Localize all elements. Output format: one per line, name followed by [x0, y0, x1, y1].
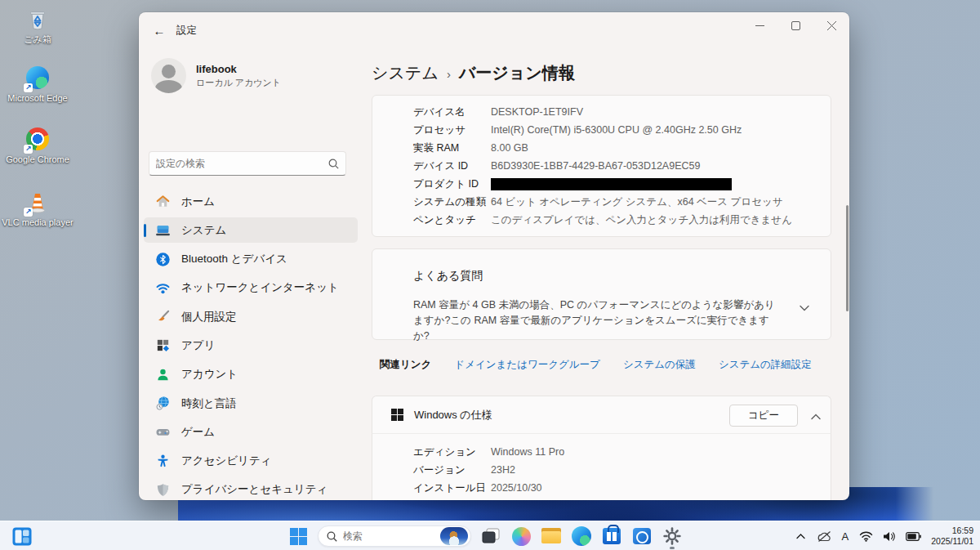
- onedrive-offline-icon[interactable]: [817, 528, 833, 544]
- sidebar-item-label: アカウント: [181, 367, 238, 382]
- spec-row: デバイス名DESKTOP-1ET9IFV: [413, 103, 831, 121]
- globe-clock-icon: [155, 396, 171, 411]
- sidebar-item-home[interactable]: ホーム: [144, 189, 358, 214]
- sidebar-item-system[interactable]: システム: [144, 217, 358, 243]
- sidebar-item-privacy-security[interactable]: プライバシーとセキュリティ: [144, 477, 358, 500]
- start-icon: [290, 528, 307, 545]
- back-button[interactable]: ←: [147, 18, 172, 42]
- spec-row: エディションWindows 11 Pro: [413, 443, 831, 461]
- tray-volume-icon[interactable]: [881, 528, 898, 544]
- desktop-icon-edge[interactable]: ↗ Microsoft Edge: [0, 65, 75, 103]
- spec-value: Intel(R) Core(TM) i5-6300U CPU @ 2.40GHz…: [491, 124, 742, 136]
- spec-label: バージョン: [413, 463, 491, 477]
- sidebar-item-label: 個人用設定: [181, 310, 237, 324]
- spec-row: 実装 RAM8.00 GB: [413, 139, 831, 157]
- chevron-up-icon[interactable]: [811, 409, 821, 423]
- titlebar[interactable]: ← 設定: [139, 12, 849, 48]
- minimize-button[interactable]: [742, 12, 777, 38]
- maximize-button[interactable]: [777, 12, 813, 38]
- faq-card: よくある質問 RAM 容量が 4 GB 未満の場合、PC のパフォーマンスにどの…: [372, 248, 831, 340]
- tray-time: 16:59: [931, 525, 973, 536]
- spec-value: このディスプレイでは、ペン入力とタッチ入力は利用できません: [491, 213, 792, 227]
- chrome-icon: ↗: [25, 127, 50, 152]
- related-links: 関連リンク ドメインまたはワークグループ システムの保護 システムの詳細設定: [372, 346, 831, 383]
- desktop-icon-label: Google Chrome: [0, 154, 75, 164]
- tray-wifi-icon[interactable]: [858, 528, 874, 544]
- tray-date: 2025/11/01: [931, 536, 973, 547]
- avatar: [151, 58, 186, 93]
- taskbar-search[interactable]: [318, 525, 471, 547]
- shortcut-arrow-icon: ↗: [24, 208, 33, 217]
- gamepad-icon: [155, 424, 171, 440]
- brush-icon: [155, 309, 171, 324]
- settings-search[interactable]: [149, 151, 346, 176]
- sidebar-item-accessibility[interactable]: アクセシビリティ: [144, 449, 358, 474]
- taskbar-search-input[interactable]: [343, 530, 434, 542]
- home-icon: [155, 194, 171, 209]
- faq-question[interactable]: RAM 容量が 4 GB 未満の場合、PC のパフォーマンスにどのような影響があ…: [413, 297, 782, 344]
- vlc-icon: ↗: [25, 190, 50, 215]
- sidebar-item-personalization[interactable]: 個人用設定: [144, 304, 358, 329]
- edge-button[interactable]: [571, 525, 592, 547]
- taskbar-center: [287, 521, 683, 550]
- breadcrumb-parent[interactable]: システム: [372, 62, 439, 84]
- windows-logo-icon: [391, 409, 403, 421]
- taskbar: A: [0, 521, 980, 550]
- windows-spec-header[interactable]: Windows の仕様 コピー: [372, 396, 831, 433]
- spec-row: ペンとタッチこのディスプレイでは、ペン入力とタッチ入力は利用できません: [413, 211, 831, 229]
- spec-label: デバイス ID: [413, 159, 491, 173]
- breadcrumb: システム › バージョン情報: [372, 62, 831, 84]
- recycle-bin-icon: [25, 7, 50, 32]
- edge-icon: [572, 526, 591, 546]
- sidebar-item-label: ネットワークとインターネット: [181, 280, 339, 295]
- link-system-protection[interactable]: システムの保護: [623, 358, 696, 372]
- widgets-button[interactable]: [11, 526, 33, 547]
- outlook-button[interactable]: [631, 525, 653, 547]
- close-button[interactable]: [813, 12, 849, 38]
- spec-label: インストール日: [413, 481, 491, 495]
- sidebar-item-accounts[interactable]: アカウント: [144, 362, 358, 387]
- store-button[interactable]: [601, 525, 622, 547]
- spec-value: 2025/10/30: [491, 482, 542, 494]
- account-type: ローカル アカウント: [196, 77, 281, 89]
- link-advanced-system-settings[interactable]: システムの詳細設定: [719, 358, 812, 372]
- page-title: バージョン情報: [459, 62, 575, 84]
- windows-spec-body: エディションWindows 11 Pro バージョン23H2 インストール日20…: [372, 433, 831, 500]
- scrollbar[interactable]: [846, 205, 849, 311]
- sidebar-item-apps[interactable]: アプリ: [144, 333, 358, 358]
- copilot-button[interactable]: [510, 525, 532, 547]
- sidebar-item-label: Bluetooth とデバイス: [181, 252, 287, 266]
- edge-icon: ↗: [25, 66, 50, 91]
- account-block[interactable]: lifebook ローカル アカウント: [151, 58, 281, 93]
- sidebar-item-gaming[interactable]: ゲーム: [144, 419, 358, 445]
- start-button[interactable]: [287, 525, 309, 547]
- link-domain-workgroup[interactable]: ドメインまたはワークグループ: [454, 358, 600, 372]
- desktop-icon-recycle-bin[interactable]: ごみ箱: [0, 7, 75, 44]
- ime-indicator[interactable]: A: [840, 530, 851, 543]
- task-view-button[interactable]: [480, 525, 501, 547]
- settings-search-input[interactable]: [156, 158, 328, 169]
- desktop-icon-vlc[interactable]: ↗ VLC media player: [0, 190, 75, 227]
- spec-row: インストール日2025/10/30: [413, 479, 831, 497]
- folder-icon: [541, 528, 561, 544]
- chevron-down-icon[interactable]: [800, 300, 809, 315]
- copy-button[interactable]: コピー: [729, 405, 798, 427]
- desktop-icon-chrome[interactable]: ↗ Google Chrome: [0, 127, 75, 164]
- sidebar-item-label: ゲーム: [181, 425, 215, 440]
- clock[interactable]: 16:59 2025/11/01: [929, 525, 973, 547]
- search-highlight-image[interactable]: [440, 527, 468, 545]
- file-explorer-button[interactable]: [541, 525, 562, 547]
- spec-label: ペンとタッチ: [413, 213, 491, 227]
- sidebar-item-time-language[interactable]: 時刻と言語: [144, 391, 358, 416]
- task-view-icon: [482, 528, 500, 544]
- sidebar-item-network-internet[interactable]: ネットワークとインターネット: [144, 275, 358, 301]
- settings-taskbar-button[interactable]: [662, 525, 683, 547]
- sidebar-item-label: アプリ: [181, 338, 215, 353]
- sidebar-item-bluetooth-devices[interactable]: Bluetooth とデバイス: [144, 247, 358, 272]
- tray-battery-icon[interactable]: [905, 528, 921, 544]
- desktop-icon-label: Microsoft Edge: [0, 93, 75, 103]
- running-indicator: [670, 547, 675, 549]
- sidebar-item-label: プライバシーとセキュリティ: [181, 482, 327, 497]
- tray-chevron-up-icon[interactable]: [793, 528, 809, 544]
- spec-label: デバイス名: [413, 105, 491, 119]
